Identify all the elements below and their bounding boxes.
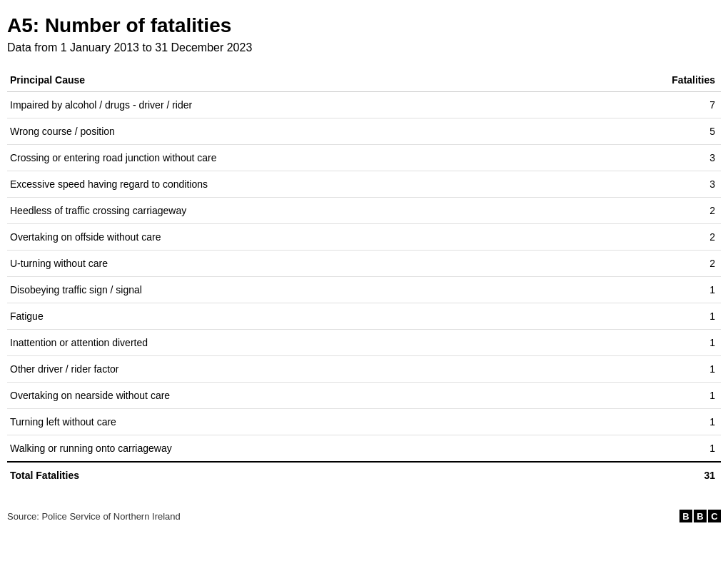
- bbc-logo: B B C: [679, 510, 721, 522]
- row-fatalities: 1: [581, 435, 721, 463]
- table-row: U-turning without care2: [7, 251, 721, 277]
- total-label: Total Fatalities: [7, 462, 581, 488]
- table-row: Wrong course / position5: [7, 118, 721, 145]
- row-cause: Heedless of traffic crossing carriageway: [7, 198, 581, 224]
- row-fatalities: 3: [581, 171, 721, 198]
- bbc-b2: B: [694, 510, 707, 522]
- row-cause: Other driver / rider factor: [7, 356, 581, 383]
- table-row: Inattention or attention diverted1: [7, 330, 721, 356]
- row-fatalities: 2: [581, 224, 721, 251]
- table-row: Fatigue1: [7, 303, 721, 330]
- table-row: Turning left without care1: [7, 409, 721, 435]
- row-fatalities: 3: [581, 145, 721, 171]
- table-row: Other driver / rider factor1: [7, 356, 721, 383]
- row-cause: Crossing or entering road junction witho…: [7, 145, 581, 171]
- row-cause: Excessive speed having regard to conditi…: [7, 171, 581, 198]
- row-cause: U-turning without care: [7, 251, 581, 277]
- table-row: Crossing or entering road junction witho…: [7, 145, 721, 171]
- row-fatalities: 1: [581, 383, 721, 409]
- table-row: Overtaking on nearside without care1: [7, 383, 721, 409]
- total-value: 31: [581, 462, 721, 488]
- row-cause: Overtaking on nearside without care: [7, 383, 581, 409]
- page-subtitle: Data from 1 January 2013 to 31 December …: [7, 41, 721, 54]
- table-row: Heedless of traffic crossing carriageway…: [7, 198, 721, 224]
- table-row: Walking or running onto carriageway1: [7, 435, 721, 463]
- row-fatalities: 1: [581, 409, 721, 435]
- source-text: Source: Police Service of Northern Irela…: [7, 511, 181, 522]
- page-title: A5: Number of fatalities: [7, 14, 721, 37]
- row-fatalities: 1: [581, 277, 721, 303]
- table-row: Disobeying traffic sign / signal1: [7, 277, 721, 303]
- row-fatalities: 7: [581, 92, 721, 118]
- bbc-b1: B: [679, 510, 692, 522]
- total-row: Total Fatalities31: [7, 462, 721, 488]
- col-header-cause: Principal Cause: [7, 69, 581, 92]
- row-cause: Inattention or attention diverted: [7, 330, 581, 356]
- col-header-fatalities: Fatalities: [581, 69, 721, 92]
- table-row: Overtaking on offside without care2: [7, 224, 721, 251]
- fatalities-table: Principal Cause Fatalities Impaired by a…: [7, 69, 721, 488]
- table-row: Impaired by alcohol / drugs - driver / r…: [7, 92, 721, 118]
- row-cause: Disobeying traffic sign / signal: [7, 277, 581, 303]
- row-cause: Wrong course / position: [7, 118, 581, 145]
- row-fatalities: 2: [581, 251, 721, 277]
- row-cause: Impaired by alcohol / drugs - driver / r…: [7, 92, 581, 118]
- row-cause: Overtaking on offside without care: [7, 224, 581, 251]
- row-cause: Walking or running onto carriageway: [7, 435, 581, 463]
- row-fatalities: 1: [581, 330, 721, 356]
- row-cause: Fatigue: [7, 303, 581, 330]
- row-fatalities: 1: [581, 303, 721, 330]
- table-row: Excessive speed having regard to conditi…: [7, 171, 721, 198]
- row-fatalities: 1: [581, 356, 721, 383]
- row-fatalities: 2: [581, 198, 721, 224]
- bbc-c: C: [708, 510, 721, 522]
- footer: Source: Police Service of Northern Irela…: [7, 502, 721, 522]
- row-cause: Turning left without care: [7, 409, 581, 435]
- row-fatalities: 5: [581, 118, 721, 145]
